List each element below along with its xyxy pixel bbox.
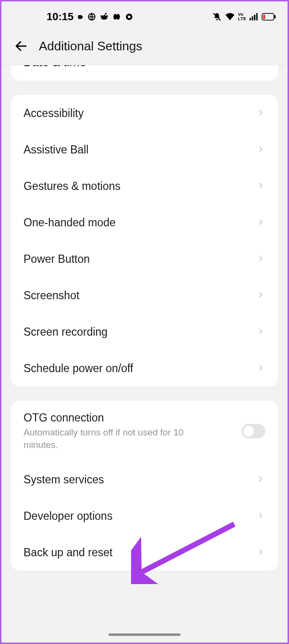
arrow-left-icon [14, 39, 28, 53]
svg-rect-19 [263, 14, 265, 19]
row-label: Accessibility [24, 107, 84, 120]
chevron-right-icon [257, 109, 265, 117]
battery-low-icon [262, 13, 276, 21]
bell-off-icon [212, 12, 222, 22]
charging-small-icon [77, 14, 84, 20]
chevron-right-icon [257, 182, 265, 190]
svg-point-4 [101, 15, 102, 17]
row-label: Developer options [24, 510, 112, 523]
chevron-right-icon [257, 475, 265, 484]
svg-rect-0 [78, 15, 82, 19]
svg-point-11 [216, 19, 217, 20]
status-left: 10:15 [13, 11, 133, 23]
status-time: 10:15 [47, 11, 73, 23]
back-button[interactable] [13, 38, 29, 54]
row-gestures-motions[interactable]: Gestures & motions [11, 168, 278, 204]
otg-toggle[interactable] [241, 424, 265, 438]
row-label: One-handed mode [24, 216, 116, 229]
card-accessibility-group: Accessibility Assistive Ball Gestures & … [11, 95, 278, 386]
chevron-right-icon [257, 364, 265, 373]
pill-icon [112, 12, 121, 21]
card-system-group: OTG connection Automatically turns off i… [11, 401, 278, 571]
row-label: Power Button [24, 253, 90, 266]
row-accessibility[interactable]: Accessibility [11, 95, 278, 131]
row-label: Date & time [24, 65, 265, 69]
row-label: Screen recording [24, 326, 108, 339]
row-otg-connection[interactable]: OTG connection Automatically turns off i… [11, 401, 278, 461]
svg-rect-15 [254, 15, 255, 21]
row-date-time[interactable]: Date & time [11, 65, 278, 81]
row-back-up-reset[interactable]: Back up and reset [11, 534, 278, 571]
svg-rect-18 [274, 15, 276, 18]
row-developer-options[interactable]: Developer options [11, 498, 278, 534]
reddit-icon [100, 12, 108, 21]
page-title: Additional Settings [39, 39, 142, 54]
row-label: OTG connection [24, 411, 206, 424]
row-one-handed-mode[interactable]: One-handed mode [11, 204, 278, 241]
row-subtitle: Automatically turns off if not used for … [24, 426, 206, 451]
card-date-time: Date & time [11, 65, 278, 81]
row-screenshot[interactable]: Screenshot [11, 277, 278, 314]
row-label: Screenshot [24, 289, 79, 302]
chevron-right-icon [257, 255, 265, 263]
svg-point-5 [107, 15, 108, 17]
svg-rect-13 [250, 18, 251, 21]
chevron-right-icon [257, 145, 265, 154]
chevron-right-icon [257, 328, 265, 336]
row-system-services[interactable]: System services [11, 461, 278, 498]
app-header: Additional Settings [1, 28, 288, 65]
circle-icon [125, 12, 133, 21]
volte-icon: VoLTE [238, 12, 246, 21]
row-assistive-ball[interactable]: Assistive Ball [11, 131, 278, 168]
row-power-button[interactable]: Power Button [11, 241, 278, 277]
row-label: Schedule power on/off [24, 362, 133, 375]
svg-rect-16 [256, 13, 258, 21]
row-schedule-power[interactable]: Schedule power on/off [11, 350, 278, 386]
row-label: Assistive Ball [24, 143, 88, 156]
chevron-right-icon [257, 218, 265, 227]
status-right: VoLTE [212, 12, 276, 22]
settings-content: Date & time Accessibility Assistive Ball… [1, 65, 288, 590]
row-label: System services [24, 473, 104, 486]
home-indicator[interactable] [108, 633, 181, 636]
wifi-icon [225, 12, 235, 22]
row-screen-recording[interactable]: Screen recording [11, 314, 278, 350]
row-label: Gestures & motions [24, 180, 120, 193]
svg-point-10 [128, 15, 131, 18]
chevron-right-icon [257, 291, 265, 300]
chevron-right-icon [257, 512, 265, 520]
svg-rect-1 [82, 16, 83, 17]
svg-rect-14 [252, 16, 253, 20]
status-bar: 10:15 VoLTE [1, 1, 288, 28]
chevron-right-icon [257, 548, 265, 557]
signal-icon [249, 12, 259, 22]
row-label: Back up and reset [24, 546, 112, 559]
svg-point-8 [117, 14, 120, 20]
globe-icon [87, 12, 96, 21]
